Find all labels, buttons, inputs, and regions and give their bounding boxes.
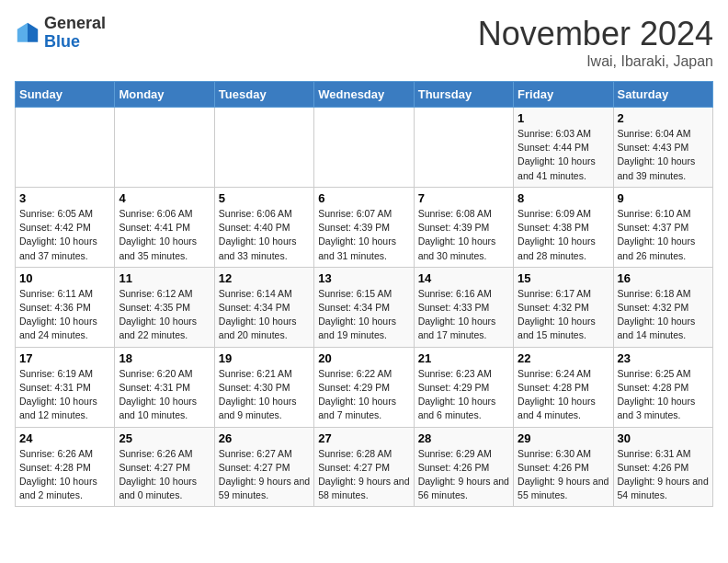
day-info: Sunrise: 6:30 AM Sunset: 4:26 PM Dayligh… (518, 447, 609, 503)
day-info: Sunrise: 6:12 AM Sunset: 4:35 PM Dayligh… (119, 287, 210, 343)
logo: General Blue (15, 15, 106, 52)
calendar-cell: 29Sunrise: 6:30 AM Sunset: 4:26 PM Dayli… (514, 427, 613, 507)
day-number: 25 (119, 431, 210, 445)
calendar-cell (16, 108, 115, 188)
calendar-cell: 28Sunrise: 6:29 AM Sunset: 4:26 PM Dayli… (414, 427, 513, 507)
calendar-cell: 30Sunrise: 6:31 AM Sunset: 4:26 PM Dayli… (613, 427, 712, 507)
weekday-header-thursday: Thursday (414, 82, 513, 108)
day-info: Sunrise: 6:11 AM Sunset: 4:36 PM Dayligh… (19, 287, 110, 343)
day-info: Sunrise: 6:07 AM Sunset: 4:39 PM Dayligh… (318, 207, 409, 263)
day-number: 9 (618, 191, 709, 205)
calendar-cell (314, 108, 414, 188)
day-info: Sunrise: 6:24 AM Sunset: 4:28 PM Dayligh… (518, 367, 609, 423)
day-number: 11 (119, 271, 210, 285)
calendar-cell: 6Sunrise: 6:07 AM Sunset: 4:39 PM Daylig… (314, 187, 414, 267)
day-number: 8 (518, 191, 609, 205)
day-number: 10 (19, 271, 110, 285)
day-number: 27 (318, 431, 409, 445)
day-info: Sunrise: 6:23 AM Sunset: 4:29 PM Dayligh… (418, 367, 509, 423)
calendar-cell: 13Sunrise: 6:15 AM Sunset: 4:34 PM Dayli… (314, 267, 414, 347)
calendar-cell: 22Sunrise: 6:24 AM Sunset: 4:28 PM Dayli… (514, 347, 613, 427)
calendar-cell: 19Sunrise: 6:21 AM Sunset: 4:30 PM Dayli… (214, 347, 313, 427)
calendar-cell: 26Sunrise: 6:27 AM Sunset: 4:27 PM Dayli… (214, 427, 313, 507)
day-number: 18 (119, 351, 210, 365)
page-header: General Blue November 2024 Iwai, Ibaraki… (15, 15, 713, 70)
calendar-cell: 12Sunrise: 6:14 AM Sunset: 4:34 PM Dayli… (214, 267, 313, 347)
day-number: 15 (518, 271, 609, 285)
day-info: Sunrise: 6:14 AM Sunset: 4:34 PM Dayligh… (219, 287, 310, 343)
weekday-header-monday: Monday (115, 82, 214, 108)
location-title: Iwai, Ibaraki, Japan (478, 53, 713, 70)
day-number: 16 (618, 271, 709, 285)
svg-marker-0 (28, 23, 38, 42)
day-info: Sunrise: 6:26 AM Sunset: 4:27 PM Dayligh… (119, 447, 210, 503)
day-info: Sunrise: 6:25 AM Sunset: 4:28 PM Dayligh… (618, 367, 709, 423)
calendar-cell: 27Sunrise: 6:28 AM Sunset: 4:27 PM Dayli… (314, 427, 414, 507)
day-info: Sunrise: 6:08 AM Sunset: 4:39 PM Dayligh… (418, 207, 509, 263)
day-number: 6 (318, 191, 409, 205)
weekday-header-wednesday: Wednesday (314, 82, 414, 108)
day-number: 14 (418, 271, 509, 285)
day-info: Sunrise: 6:10 AM Sunset: 4:37 PM Dayligh… (618, 207, 709, 263)
weekday-header-tuesday: Tuesday (214, 82, 313, 108)
day-info: Sunrise: 6:04 AM Sunset: 4:43 PM Dayligh… (618, 127, 709, 183)
day-info: Sunrise: 6:18 AM Sunset: 4:32 PM Dayligh… (618, 287, 709, 343)
calendar-cell: 5Sunrise: 6:06 AM Sunset: 4:40 PM Daylig… (214, 187, 313, 267)
day-number: 3 (19, 191, 110, 205)
day-number: 26 (219, 431, 310, 445)
calendar-cell: 4Sunrise: 6:06 AM Sunset: 4:41 PM Daylig… (115, 187, 214, 267)
day-info: Sunrise: 6:29 AM Sunset: 4:26 PM Dayligh… (418, 447, 509, 503)
day-info: Sunrise: 6:26 AM Sunset: 4:28 PM Dayligh… (19, 447, 110, 503)
day-number: 21 (418, 351, 509, 365)
calendar-cell (214, 108, 313, 188)
calendar-cell: 25Sunrise: 6:26 AM Sunset: 4:27 PM Dayli… (115, 427, 214, 507)
calendar-week-5: 24Sunrise: 6:26 AM Sunset: 4:28 PM Dayli… (16, 427, 713, 507)
calendar-cell: 8Sunrise: 6:09 AM Sunset: 4:38 PM Daylig… (514, 187, 613, 267)
day-number: 13 (318, 271, 409, 285)
calendar-cell: 3Sunrise: 6:05 AM Sunset: 4:42 PM Daylig… (16, 187, 115, 267)
calendar-cell: 20Sunrise: 6:22 AM Sunset: 4:29 PM Dayli… (314, 347, 414, 427)
calendar-cell: 21Sunrise: 6:23 AM Sunset: 4:29 PM Dayli… (414, 347, 513, 427)
day-number: 17 (19, 351, 110, 365)
calendar-cell: 11Sunrise: 6:12 AM Sunset: 4:35 PM Dayli… (115, 267, 214, 347)
calendar-week-1: 1Sunrise: 6:03 AM Sunset: 4:44 PM Daylig… (16, 108, 713, 188)
calendar-cell: 24Sunrise: 6:26 AM Sunset: 4:28 PM Dayli… (16, 427, 115, 507)
day-number: 4 (119, 191, 210, 205)
calendar-cell: 10Sunrise: 6:11 AM Sunset: 4:36 PM Dayli… (16, 267, 115, 347)
svg-marker-1 (17, 23, 28, 42)
logo-general: General (44, 14, 106, 32)
calendar-cell: 15Sunrise: 6:17 AM Sunset: 4:32 PM Dayli… (514, 267, 613, 347)
calendar-cell: 9Sunrise: 6:10 AM Sunset: 4:37 PM Daylig… (613, 187, 712, 267)
calendar-cell: 14Sunrise: 6:16 AM Sunset: 4:33 PM Dayli… (414, 267, 513, 347)
title-block: November 2024 Iwai, Ibaraki, Japan (478, 15, 713, 70)
calendar-body: 1Sunrise: 6:03 AM Sunset: 4:44 PM Daylig… (16, 108, 713, 507)
day-info: Sunrise: 6:19 AM Sunset: 4:31 PM Dayligh… (19, 367, 110, 423)
day-info: Sunrise: 6:27 AM Sunset: 4:27 PM Dayligh… (219, 447, 310, 503)
day-info: Sunrise: 6:22 AM Sunset: 4:29 PM Dayligh… (318, 367, 409, 423)
day-number: 1 (518, 111, 609, 125)
calendar-cell: 18Sunrise: 6:20 AM Sunset: 4:31 PM Dayli… (115, 347, 214, 427)
weekday-header-sunday: Sunday (16, 82, 115, 108)
calendar-week-2: 3Sunrise: 6:05 AM Sunset: 4:42 PM Daylig… (16, 187, 713, 267)
day-number: 28 (418, 431, 509, 445)
calendar-cell: 23Sunrise: 6:25 AM Sunset: 4:28 PM Dayli… (613, 347, 712, 427)
day-info: Sunrise: 6:17 AM Sunset: 4:32 PM Dayligh… (518, 287, 609, 343)
calendar-cell: 17Sunrise: 6:19 AM Sunset: 4:31 PM Dayli… (16, 347, 115, 427)
day-info: Sunrise: 6:16 AM Sunset: 4:33 PM Dayligh… (418, 287, 509, 343)
calendar-cell (414, 108, 513, 188)
calendar-cell: 1Sunrise: 6:03 AM Sunset: 4:44 PM Daylig… (514, 108, 613, 188)
month-title: November 2024 (478, 15, 713, 53)
logo-blue: Blue (44, 32, 80, 51)
day-info: Sunrise: 6:05 AM Sunset: 4:42 PM Dayligh… (19, 207, 110, 263)
day-number: 7 (418, 191, 509, 205)
day-number: 20 (318, 351, 409, 365)
calendar-table: SundayMondayTuesdayWednesdayThursdayFrid… (15, 81, 713, 507)
calendar-cell: 2Sunrise: 6:04 AM Sunset: 4:43 PM Daylig… (613, 108, 712, 188)
day-info: Sunrise: 6:09 AM Sunset: 4:38 PM Dayligh… (518, 207, 609, 263)
day-number: 5 (219, 191, 310, 205)
day-number: 12 (219, 271, 310, 285)
calendar-week-4: 17Sunrise: 6:19 AM Sunset: 4:31 PM Dayli… (16, 347, 713, 427)
weekday-header-friday: Friday (514, 82, 613, 108)
calendar-week-3: 10Sunrise: 6:11 AM Sunset: 4:36 PM Dayli… (16, 267, 713, 347)
day-number: 30 (618, 431, 709, 445)
